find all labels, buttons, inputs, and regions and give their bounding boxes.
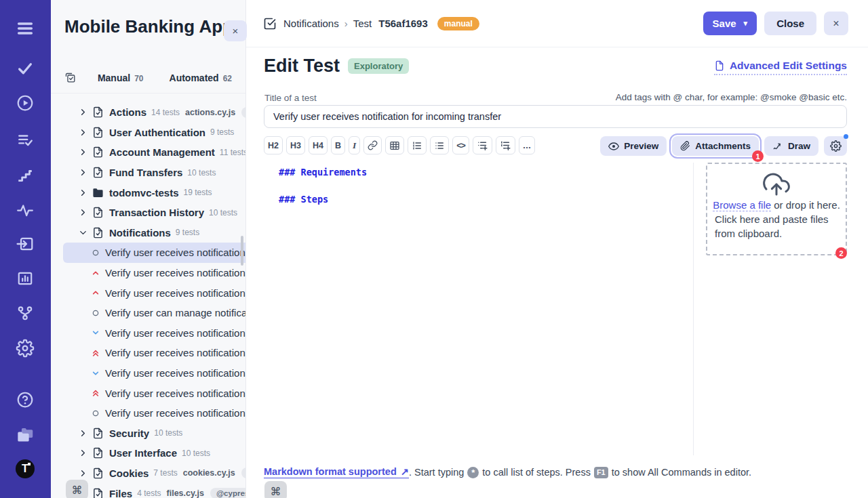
tree-suite-user-authentication[interactable]: User Authentication 9 tests: [51, 123, 245, 143]
play-circle-icon[interactable]: [16, 94, 34, 112]
save-button[interactable]: Save ▾: [703, 12, 757, 35]
chevron-down-icon[interactable]: ▾: [744, 19, 748, 28]
tree-suite-user-interface[interactable]: User Interface 10 tests: [51, 443, 245, 463]
doc-check-icon: [92, 468, 104, 479]
tab-automated[interactable]: Automated 62: [170, 72, 232, 83]
manual-tests-icon: [64, 70, 76, 85]
doc-check-icon: [92, 127, 104, 138]
dismiss-button[interactable]: ×: [824, 12, 848, 35]
chevron-right-icon[interactable]: [78, 207, 88, 217]
code-button[interactable]: <>: [452, 136, 469, 154]
test-item[interactable]: Verify user receives notification: [51, 263, 245, 283]
chevron-right-icon[interactable]: [78, 188, 88, 198]
link-button[interactable]: [363, 136, 382, 154]
test-item[interactable]: Verify user can manage notifica: [51, 303, 245, 323]
list-check-icon[interactable]: [16, 131, 34, 149]
folders-icon[interactable]: [16, 426, 35, 444]
test-item[interactable]: Verify user receives notification: [51, 323, 245, 344]
close-button[interactable]: Close: [764, 12, 816, 35]
suite-label: Account Management: [109, 146, 215, 158]
dropzone-line2: Click here and paste files from clipboar…: [715, 212, 839, 241]
test-item[interactable]: Verify user receives notification: [51, 403, 245, 423]
chevron-right-icon[interactable]: [78, 448, 88, 458]
table-button[interactable]: [385, 136, 404, 154]
manual-badge: manual: [437, 17, 479, 30]
tree-suite-account-management[interactable]: Account Management 11 tests: [51, 142, 245, 163]
f1-key-badge: F1: [594, 467, 608, 478]
add-ordered-step-button[interactable]: [496, 136, 515, 154]
breadcrumb-separator: ›: [344, 18, 348, 29]
check-square-icon: [263, 17, 277, 30]
attachments-button[interactable]: Attachments 1: [672, 136, 759, 156]
markdown-help-link[interactable]: Markdown format supported↗: [264, 466, 409, 478]
add-bullet-step-button[interactable]: [473, 136, 492, 154]
advanced-edit-settings-link[interactable]: Advanced Edit Settings: [714, 60, 847, 75]
test-label: Verify user receives notification: [105, 287, 245, 299]
breadcrumb-test-id: T56af1693: [378, 18, 428, 29]
markdown-editor[interactable]: ### Requirements ### Steps: [279, 167, 367, 221]
tree-suite-transaction-history[interactable]: Transaction History 10 tests: [51, 203, 245, 223]
steps-icon[interactable]: [16, 167, 34, 184]
file-dropzone[interactable]: Browse a file or drop it here. Click her…: [706, 163, 847, 255]
tab-automated-label: Automated: [170, 72, 219, 83]
more-button[interactable]: …: [519, 136, 536, 154]
bullet-list-button[interactable]: [430, 136, 449, 154]
command-palette-button[interactable]: ⌘: [264, 481, 287, 498]
check-icon[interactable]: [17, 60, 34, 77]
editor-settings-button[interactable]: [824, 136, 847, 156]
menu-icon[interactable]: [16, 19, 35, 38]
test-item[interactable]: Verify user receives notification: [51, 383, 245, 403]
table-icon: [389, 140, 400, 151]
ordered-list-button[interactable]: [408, 136, 427, 154]
attachments-count-badge: 1: [752, 150, 764, 162]
chevron-right-icon[interactable]: [78, 147, 88, 157]
help-icon[interactable]: [16, 391, 34, 409]
tree-suite-fund-transfers[interactable]: Fund Transfers 10 tests: [51, 163, 245, 183]
chevron-right-icon[interactable]: [78, 167, 88, 178]
sign-in-icon[interactable]: [16, 235, 34, 253]
command-icon: ⌘: [271, 485, 281, 498]
draw-button[interactable]: Draw: [764, 136, 818, 156]
tree-folder-todomvc-tests[interactable]: todomvc-tests 19 tests: [51, 182, 245, 203]
attachments-label: Attachments: [695, 141, 751, 151]
chevron-right-icon[interactable]: [78, 127, 88, 138]
test-item-selected[interactable]: Verify user receives notification for in…: [63, 243, 245, 263]
chevron-right-icon[interactable]: [78, 428, 88, 438]
test-item[interactable]: Verify user receives notification: [51, 343, 245, 363]
tab-manual[interactable]: Manual 70: [98, 72, 144, 83]
branch-icon[interactable]: [16, 304, 34, 322]
editor-line: ### Steps: [279, 194, 367, 205]
sidebar-collapse-button[interactable]: ×: [224, 20, 247, 41]
chevron-down-icon[interactable]: [78, 228, 88, 238]
suite-count: 9 tests: [176, 228, 199, 237]
chevron-right-icon[interactable]: [78, 107, 88, 117]
bullet-list-icon: [434, 140, 445, 151]
italic-button[interactable]: I: [349, 136, 360, 154]
test-item[interactable]: Verify user receives notification: [51, 283, 245, 303]
test-item[interactable]: Verify user receives notification: [51, 363, 245, 383]
browse-file-link[interactable]: Browse a file: [713, 199, 771, 211]
preview-button[interactable]: Preview: [600, 136, 667, 156]
heading3-button[interactable]: H3: [286, 136, 305, 154]
chevron-right-icon[interactable]: [78, 468, 88, 478]
x-icon: ×: [833, 18, 839, 30]
bold-button[interactable]: B: [331, 136, 345, 154]
heading2-button[interactable]: H2: [264, 136, 283, 154]
command-palette-button[interactable]: ⌘: [66, 480, 88, 498]
tree-suite-actions[interactable]: Actions 14 tests actions.cy.js @cy: [51, 102, 245, 123]
breadcrumb-section[interactable]: Notifications: [283, 18, 339, 29]
tree-suite-security[interactable]: Security 10 tests: [51, 423, 245, 444]
tree-suite-notifications[interactable]: Notifications 9 tests: [51, 223, 245, 243]
test-title-input[interactable]: [264, 105, 847, 128]
heading4-button[interactable]: H4: [309, 136, 328, 154]
gear-icon[interactable]: [16, 339, 35, 358]
activity-icon[interactable]: [16, 201, 34, 219]
page-title: Edit Test: [264, 56, 340, 77]
suite-file: actions.cy.js: [185, 108, 235, 117]
sidebar-scrollbar[interactable]: [241, 236, 243, 266]
priority-normal-icon: [90, 247, 101, 258]
suite-label: todomvc-tests: [109, 187, 179, 199]
testomat-logo[interactable]: T: [16, 459, 35, 478]
notification-dot: [844, 134, 848, 139]
bar-chart-icon[interactable]: [16, 270, 34, 287]
